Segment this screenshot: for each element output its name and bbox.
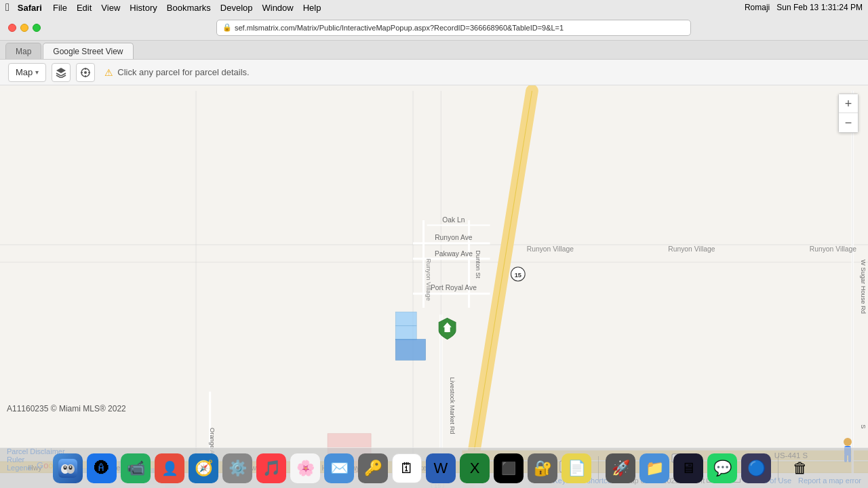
finder-icon [58,459,77,478]
traffic-lights [8,24,41,32]
svg-rect-30 [395,326,416,340]
svg-rect-31 [395,339,425,360]
svg-rect-29 [395,312,416,326]
map-container[interactable]: 15 98 441 80 15 [0,85,868,488]
dock-finder[interactable] [53,453,83,483]
svg-text:Livestock Market Rd: Livestock Market Rd [449,377,456,434]
dock-facetime[interactable]: 📹 [121,453,151,483]
browser-tabs: Map Google Street View [0,41,868,60]
svg-text:W Sugar House Rd: W Sugar House Rd [860,260,867,314]
layers-button[interactable] [52,63,71,82]
dock-passwords[interactable]: 🔑 [358,453,388,483]
url-bar[interactable]: 🔒 sef.mlsmatrix.com/Matrix/Public/Intera… [216,20,691,36]
svg-text:15: 15 [515,272,521,279]
dock-excel[interactable]: X [460,453,490,483]
url-text: sef.mlsmatrix.com/Matrix/Public/Interact… [235,24,564,32]
dock-music[interactable]: 🎵 [256,453,286,483]
menu-window[interactable]: Window [262,3,293,13]
dock-display[interactable]: 🖥 [673,453,703,483]
dock-files[interactable]: 📁 [639,453,669,483]
svg-rect-50 [446,329,449,332]
svg-text:Port Royal Ave: Port Royal Ave [431,284,477,291]
map-svg: 15 98 441 80 15 [0,85,868,488]
svg-point-79 [64,466,66,467]
layers-icon [56,67,66,78]
map-type-button[interactable]: Map ▾ [8,63,46,82]
warning-icon: ⚠ [104,67,113,78]
zoom-in-button[interactable]: + [839,94,858,113]
notice-text: Click any parcel for parcel details. [117,67,249,77]
dock-launchpad[interactable]: 🚀 [606,453,635,483]
dock-whatsapp[interactable]: 💬 [707,453,737,483]
close-button[interactable] [8,24,16,32]
svg-text:Runyon Village: Runyon Village [425,259,432,301]
dock-unknown1[interactable]: 🔵 [741,453,771,483]
svg-point-1 [84,71,87,74]
dock-trash[interactable]: 🗑 [785,453,815,483]
zoom-controls: + − [838,94,859,133]
menubar-clock: Sun Feb 13 1:31:24 PM [776,3,863,12]
menubar-right: Romaji Sun Feb 13 1:31:24 PM [745,3,863,12]
tab-street-view[interactable]: Google Street View [43,43,133,59]
dock-separator [598,456,599,481]
svg-text:Pakway Ave: Pakway Ave [435,250,473,258]
menu-bookmarks[interactable]: Bookmarks [167,3,211,13]
dock-terminal[interactable]: ⬛ [494,453,524,483]
dock-preferences[interactable]: ⚙️ [222,453,252,483]
menubar-user: Romaji [745,3,770,12]
menu-edit[interactable]: Edit [77,3,92,13]
menu-file[interactable]: File [53,3,67,13]
map-notice: ⚠ Click any parcel for parcel details. [104,67,249,78]
svg-point-70 [844,438,852,446]
app-name[interactable]: Safari [18,3,42,13]
location-icon [80,67,91,78]
svg-text:Oak Ln: Oak Ln [442,216,465,224]
mls-copyright: A11160235 © Miami MLS® 2022 [7,404,126,413]
dock-notefile[interactable]: 📄 [561,453,591,483]
dock-separator2 [778,456,778,481]
dock-calendar[interactable]: 🗓 [392,453,422,483]
title-bar: 🔒 sef.mlsmatrix.com/Matrix/Public/Intera… [0,15,868,41]
maximize-button[interactable] [33,24,41,32]
lock-icon: 🔒 [222,23,232,32]
svg-text:Runyon Ave: Runyon Ave [435,234,473,241]
dropdown-arrow-icon: ▾ [35,68,39,76]
dock-word[interactable]: W [426,453,456,483]
zoom-out-button[interactable]: − [839,113,858,132]
dock-mail[interactable]: ✉️ [324,453,354,483]
map-toolbar: Map ▾ ⚠ Click any parcel for parcel deta… [0,60,868,85]
minimize-button[interactable] [20,24,28,32]
menubar:  Safari File Edit View History Bookmark… [0,0,868,15]
apple-menu[interactable]:  [5,1,9,14]
menu-develop[interactable]: Develop [220,3,253,13]
svg-text:Runyon Village: Runyon Village [668,245,715,253]
dock-photos[interactable]: 🌸 [290,453,320,483]
svg-text:Dunton St: Dunton St [475,250,481,279]
location-button[interactable] [76,63,95,82]
menu-help[interactable]: Help [303,3,321,13]
tab-map[interactable]: Map [5,43,41,59]
svg-text:S: S [860,424,867,428]
dock-keychain[interactable]: 🔐 [528,453,557,483]
svg-point-80 [70,466,71,467]
menu-history[interactable]: History [130,3,157,13]
browser-window: 🔒 sef.mlsmatrix.com/Matrix/Public/Intera… [0,15,868,488]
menu-view[interactable]: View [101,3,120,13]
dock-contacts[interactable]: 👤 [155,453,184,483]
svg-text:Runyon Village: Runyon Village [810,245,856,253]
dock-appstore[interactable]: 🅐 [87,453,117,483]
svg-text:Runyon Village: Runyon Village [527,245,574,253]
map-type-label: Map [16,67,33,77]
dock: 🅐 📹 👤 🧭 ⚙️ 🎵 🌸 ✉️ 🔑 🗓 W X ⬛ 🔐 📄 🚀 [0,447,868,488]
dock-safari[interactable]: 🧭 [189,453,218,483]
